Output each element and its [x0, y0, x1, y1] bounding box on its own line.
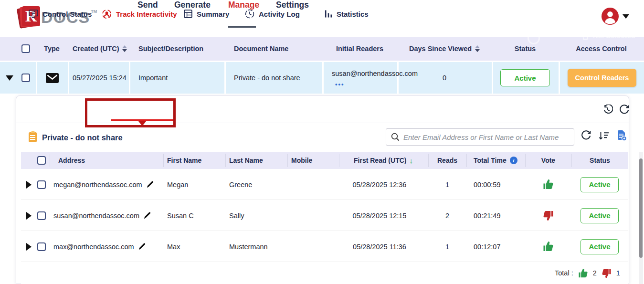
col-header-mobile: Mobile	[291, 152, 312, 169]
reader-row: susan@northendassoc.com Susan C Sally 05…	[21, 200, 628, 231]
tab-summary[interactable]: Summary	[184, 0, 229, 28]
col-header-total-time: Total Time i	[474, 152, 517, 169]
sort-list-icon[interactable]	[599, 131, 610, 140]
total-down-count: 1	[616, 269, 620, 277]
days-since-viewed-value: 0	[397, 62, 492, 94]
reader-total-time: 00:00:59	[474, 169, 500, 200]
statistics-bars-icon	[325, 10, 332, 18]
reader-total-time: 00:12:07	[474, 231, 500, 262]
reader-status-active-button[interactable]: Active	[581, 208, 619, 223]
col-header-document-name: Document Name	[234, 37, 288, 61]
reader-status-active-button[interactable]: Active	[581, 177, 619, 192]
track-interactivity-icon	[102, 9, 112, 19]
expand-row-arrow[interactable]	[26, 212, 32, 220]
detail-tab-bar	[16, 95, 629, 123]
reader-row-checkbox[interactable]	[37, 242, 46, 251]
col-header-status: Status	[571, 152, 628, 169]
reader-total-time: 00:21:49	[474, 200, 500, 231]
reader-row: megan@northendassoc.com Megan Greene 05/…	[21, 169, 628, 200]
reader-status-active-button[interactable]: Active	[581, 239, 619, 254]
reader-last-name: Greene	[229, 169, 252, 200]
col-header-access-control: Access Control	[559, 37, 644, 61]
col-header-type: Type	[36, 37, 68, 61]
select-all-readers-checkbox[interactable]	[37, 156, 46, 165]
sort-descending-icon: ↓	[409, 157, 413, 165]
sort-arrows-icon[interactable]	[475, 45, 480, 52]
reader-row-checkbox[interactable]	[37, 180, 46, 189]
thumbs-down-icon	[602, 269, 612, 278]
top-nav-bar: R DOCS TM Send Generate Manage Settings	[0, 0, 644, 37]
expand-row-arrow[interactable]	[26, 181, 32, 189]
reader-reads: 2	[428, 200, 466, 231]
sort-arrows-icon[interactable]	[122, 45, 127, 52]
col-header-created[interactable]: Created (UTC)	[73, 37, 127, 61]
active-tab-pointer-icon	[138, 121, 146, 126]
reader-first-name: Susan C	[167, 200, 194, 231]
reader-row-checkbox[interactable]	[37, 211, 46, 220]
reader-first-name: Megan	[167, 169, 188, 200]
votes-total-footer: Total : 2 1	[21, 262, 628, 284]
edit-pencil-icon[interactable]	[147, 181, 154, 188]
summary-icon	[184, 10, 192, 18]
control-readers-button[interactable]: Control Readers	[568, 69, 636, 87]
reader-search-box	[386, 128, 574, 146]
reader-last-name: Sally	[229, 200, 244, 231]
total-up-count: 2	[593, 269, 597, 277]
col-header-initial-readers: Initial Readers	[322, 37, 397, 61]
app-window: R DOCS TM Send Generate Manage Settings	[0, 0, 644, 284]
document-row: 05/27/2025 15:24 Important Private - do …	[0, 62, 644, 94]
reader-first-name: Max	[167, 231, 180, 262]
documents-table-header: Kill Selected Type Created (UTC) Subject…	[0, 37, 644, 61]
refresh-table-icon[interactable]	[581, 130, 591, 141]
expand-row-arrow[interactable]	[26, 243, 32, 251]
reader-first-read: 05/28/2025 11:36	[339, 231, 420, 262]
col-header-first-read[interactable]: First Read (UTC) ↓	[339, 152, 428, 169]
document-name: Private - do not share	[234, 62, 300, 94]
reader-first-read: 05/28/2025 12:15	[339, 200, 420, 231]
edit-pencil-icon[interactable]	[144, 212, 151, 219]
tab-statistics[interactable]: Statistics	[325, 0, 369, 28]
readers-table-header: Address First Name Last Name Mobile Firs…	[21, 152, 628, 169]
edit-pencil-icon[interactable]	[138, 243, 146, 250]
reader-address: max@northendassoc.com	[53, 231, 146, 262]
thumbs-down-icon	[525, 200, 571, 231]
reader-address: susan@northendassoc.com	[53, 200, 151, 231]
export-report-icon[interactable]	[617, 130, 627, 141]
reader-row: max@northendassoc.com Max Mustermann 05/…	[21, 231, 628, 262]
select-all-documents-checkbox[interactable]	[21, 44, 30, 53]
reader-reads: 1	[428, 169, 466, 200]
refresh-icon[interactable]	[620, 105, 630, 115]
search-input[interactable]	[403, 133, 569, 141]
tab-track-interactivity[interactable]: Track Interactivity	[102, 0, 177, 28]
collapse-row-arrow[interactable]	[6, 75, 13, 81]
col-header-address: Address	[58, 152, 85, 169]
tab-activity-log[interactable]: Activity Log	[245, 0, 300, 28]
tab-control-status[interactable]: Control Status	[29, 0, 92, 28]
scrollbar-thumb[interactable]	[639, 158, 643, 258]
control-status-icon	[29, 10, 38, 18]
reader-reads: 1	[428, 231, 466, 262]
account-caret-down-icon	[623, 14, 629, 19]
document-created-date: 05/27/2025 15:24	[73, 62, 127, 94]
col-header-last-name: Last Name	[229, 152, 263, 169]
reader-address: megan@northendassoc.com	[53, 169, 154, 200]
search-icon	[391, 133, 400, 141]
info-icon[interactable]: i	[510, 157, 517, 164]
user-avatar-icon	[602, 8, 619, 25]
thumbs-up-icon	[578, 269, 588, 278]
document-row-checkbox[interactable]	[21, 74, 30, 82]
reader-last-name: Mustermann	[229, 231, 268, 262]
activity-log-clock-icon	[245, 9, 254, 19]
col-header-reads: Reads	[428, 152, 466, 169]
col-header-days-since-viewed[interactable]: Days Since Viewed	[397, 37, 492, 61]
col-header-subject: Subject/Description	[138, 37, 203, 61]
thumbs-up-icon	[525, 169, 571, 200]
document-clipboard-icon	[29, 132, 37, 142]
total-label: Total :	[555, 269, 573, 277]
account-menu[interactable]	[602, 8, 629, 25]
reader-first-read: 05/28/2025 12:36	[339, 169, 420, 200]
history-icon[interactable]	[602, 105, 613, 115]
document-subject: Important	[138, 62, 168, 94]
document-status-active-button[interactable]: Active	[500, 69, 550, 86]
email-type-icon	[46, 62, 59, 94]
